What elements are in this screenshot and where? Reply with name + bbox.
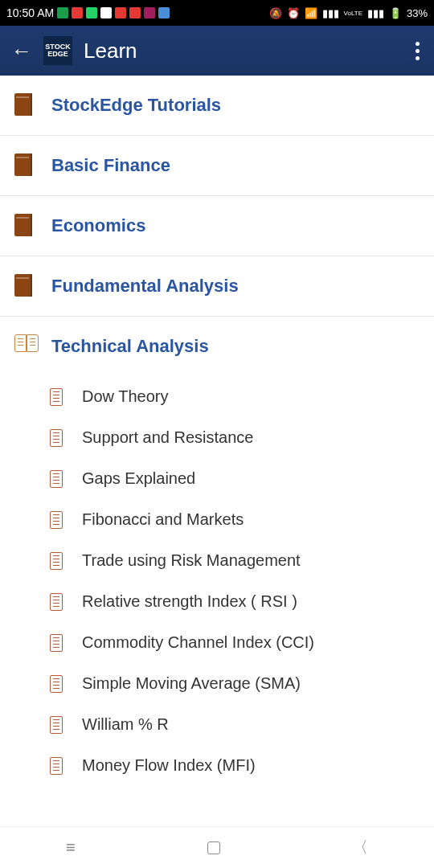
- status-left: 10:50 AM: [6, 6, 170, 19]
- lesson-label: William % R: [82, 715, 169, 734]
- book-open-icon: [14, 334, 34, 358]
- recents-icon[interactable]: ≡: [66, 838, 76, 857]
- book-closed-icon: [14, 154, 34, 178]
- whatsapp-icon: [86, 7, 97, 18]
- lesson-item[interactable]: Commodity Channel Index (CCI): [0, 622, 434, 663]
- app-notif-icon: [115, 7, 126, 18]
- lesson-label: Commodity Channel Index (CCI): [82, 633, 314, 652]
- category-label: StockEdge Tutorials: [51, 95, 221, 116]
- app-notif-icon: [129, 7, 141, 18]
- page-icon: [50, 593, 63, 611]
- page-icon: [50, 511, 63, 529]
- alarm-icon: ⏰: [287, 7, 300, 19]
- home-icon[interactable]: [207, 841, 220, 854]
- category-technical-analysis[interactable]: Technical Analysis: [0, 317, 434, 376]
- lesson-item[interactable]: Relative strength Index ( RSI ): [0, 581, 434, 622]
- category-label: Technical Analysis: [51, 336, 209, 357]
- category-stockedge-tutorials[interactable]: StockEdge Tutorials: [0, 76, 434, 136]
- category-fundamental-analysis[interactable]: Fundamental Analysis: [0, 256, 434, 317]
- lesson-label: Simple Moving Average (SMA): [82, 674, 301, 693]
- page-icon: [50, 470, 63, 488]
- category-label: Basic Finance: [51, 155, 170, 176]
- app-notif-icon: [57, 7, 68, 18]
- app-bar: ← STOCK EDGE Learn: [0, 26, 434, 76]
- page-icon: [50, 552, 63, 570]
- book-closed-icon: [14, 214, 34, 238]
- lesson-label: Dow Theory: [82, 387, 168, 406]
- more-options-icon[interactable]: [416, 42, 423, 60]
- wifi-icon: 📶: [305, 7, 317, 19]
- lesson-item[interactable]: Money Flow Index (MFI): [0, 745, 434, 786]
- lesson-item[interactable]: Gaps Explained: [0, 458, 434, 499]
- lesson-label: Support and Resistance: [82, 428, 253, 447]
- lesson-item[interactable]: Fibonacci and Markets: [0, 499, 434, 540]
- dnd-icon: 🔕: [269, 7, 282, 19]
- lesson-item[interactable]: William % R: [0, 704, 434, 745]
- app-logo: STOCK EDGE: [43, 36, 72, 65]
- battery-percent: 33%: [407, 7, 428, 19]
- back-arrow-icon[interactable]: ←: [11, 39, 32, 63]
- book-closed-icon: [14, 274, 34, 298]
- lesson-label: Trade using Risk Management: [82, 551, 301, 570]
- page-icon: [50, 388, 63, 406]
- status-right: 🔕 ⏰ 📶 ▮▮▮ VoLTE ▮▮▮ 🔋 33%: [269, 7, 428, 19]
- signal-icon: ▮▮▮: [367, 7, 384, 19]
- page-icon: [50, 757, 63, 775]
- page-icon: [50, 634, 63, 652]
- lte-icon: VoLTE: [344, 10, 362, 17]
- battery-icon: 🔋: [389, 7, 402, 19]
- app-notif-icon: [158, 7, 170, 18]
- page-icon: [50, 429, 63, 447]
- page-icon: [50, 675, 63, 693]
- status-bar: 10:50 AM 🔕 ⏰ 📶 ▮▮▮ VoLTE ▮▮▮ 🔋 33%: [0, 0, 434, 26]
- category-label: Fundamental Analysis: [51, 276, 239, 297]
- back-icon[interactable]: 〈: [352, 837, 368, 858]
- lesson-item[interactable]: Trade using Risk Management: [0, 540, 434, 581]
- lesson-label: Fibonacci and Markets: [82, 510, 244, 529]
- category-label: Economics: [51, 215, 145, 236]
- lesson-item[interactable]: Simple Moving Average (SMA): [0, 663, 434, 704]
- content-list: StockEdge Tutorials Basic Finance Econom…: [0, 76, 434, 786]
- page-icon: [50, 716, 63, 734]
- status-time: 10:50 AM: [6, 6, 54, 19]
- android-nav-bar: ≡ 〈: [0, 826, 434, 868]
- book-closed-icon: [14, 93, 34, 117]
- page-title: Learn: [84, 39, 404, 63]
- signal-icon: ▮▮▮: [322, 7, 339, 19]
- category-economics[interactable]: Economics: [0, 196, 434, 256]
- lesson-item[interactable]: Support and Resistance: [0, 417, 434, 458]
- gmail-icon: [100, 7, 112, 18]
- category-basic-finance[interactable]: Basic Finance: [0, 136, 434, 196]
- lesson-label: Relative strength Index ( RSI ): [82, 592, 297, 611]
- lesson-item[interactable]: Dow Theory: [0, 376, 434, 417]
- lesson-label: Money Flow Index (MFI): [82, 756, 256, 775]
- lesson-label: Gaps Explained: [82, 469, 195, 488]
- app-notif-icon: [144, 7, 155, 18]
- app-notif-icon: [72, 7, 83, 18]
